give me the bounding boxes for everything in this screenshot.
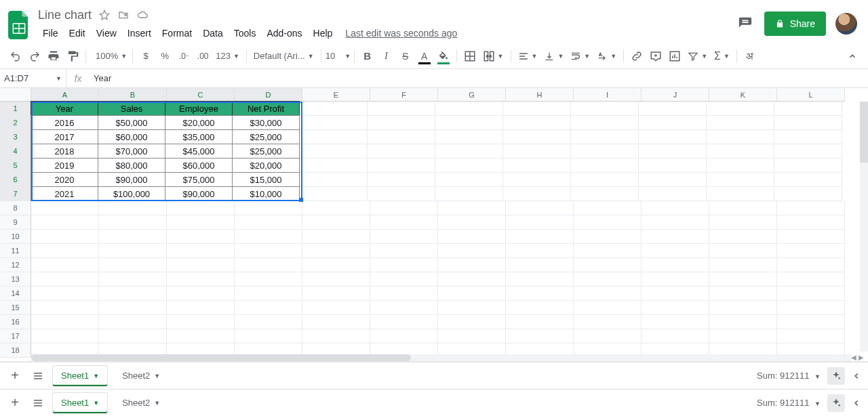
cell[interactable] bbox=[300, 187, 368, 201]
row-header[interactable]: 17 bbox=[0, 329, 31, 343]
cell[interactable] bbox=[709, 329, 777, 343]
row-header[interactable]: 16 bbox=[0, 315, 31, 329]
vertical-align-button[interactable]: ▼ bbox=[541, 47, 566, 66]
cell[interactable] bbox=[99, 287, 167, 301]
redo-button[interactable] bbox=[26, 47, 43, 66]
cell[interactable] bbox=[368, 144, 435, 159]
cell[interactable] bbox=[571, 144, 639, 159]
cell[interactable] bbox=[302, 244, 370, 258]
all-sheets-button[interactable] bbox=[30, 368, 46, 384]
format-percent-button[interactable]: % bbox=[156, 47, 174, 66]
col-header[interactable]: B bbox=[99, 88, 167, 102]
cell[interactable]: $60,000 bbox=[98, 129, 165, 144]
insert-comment-button[interactable] bbox=[647, 47, 665, 66]
cell[interactable] bbox=[639, 173, 707, 187]
cell[interactable] bbox=[709, 287, 777, 301]
strikethrough-button[interactable]: S bbox=[397, 47, 414, 66]
cell[interactable] bbox=[368, 130, 435, 144]
paint-format-button[interactable] bbox=[64, 47, 81, 66]
cell[interactable] bbox=[235, 230, 302, 244]
cell[interactable] bbox=[707, 130, 774, 144]
cell[interactable]: $25,000 bbox=[232, 129, 300, 144]
cell[interactable] bbox=[709, 315, 777, 329]
cell[interactable] bbox=[300, 102, 368, 116]
cell[interactable] bbox=[574, 230, 642, 244]
cell[interactable] bbox=[642, 201, 709, 215]
cell[interactable]: Year bbox=[31, 101, 98, 116]
cell[interactable] bbox=[438, 201, 506, 215]
explore-button[interactable] bbox=[827, 394, 845, 412]
cell[interactable] bbox=[235, 272, 302, 287]
cell[interactable] bbox=[370, 244, 438, 258]
sheet-tab-2[interactable]: Sheet2▼ bbox=[114, 393, 168, 413]
cell[interactable] bbox=[370, 215, 438, 230]
cell[interactable]: $90,000 bbox=[98, 172, 165, 187]
cell[interactable] bbox=[642, 215, 709, 230]
cell[interactable] bbox=[506, 287, 574, 301]
cell[interactable] bbox=[506, 201, 574, 215]
cell[interactable] bbox=[99, 244, 167, 258]
cell[interactable] bbox=[31, 301, 99, 315]
cell[interactable] bbox=[302, 287, 370, 301]
sheet-nav-arrows[interactable]: ◀ ▶ bbox=[851, 354, 864, 361]
cell[interactable] bbox=[235, 244, 302, 258]
zoom-select[interactable]: 100%▼ bbox=[90, 47, 128, 66]
row-header[interactable]: 2 bbox=[0, 116, 31, 130]
vertical-scrollbar[interactable] bbox=[860, 102, 868, 352]
col-header[interactable]: E bbox=[302, 88, 370, 102]
cell[interactable] bbox=[302, 215, 370, 230]
cell[interactable] bbox=[639, 144, 707, 159]
row-header[interactable]: 18 bbox=[0, 343, 31, 358]
cell[interactable] bbox=[438, 315, 506, 329]
cell[interactable] bbox=[774, 187, 842, 201]
horizontal-scrollbar[interactable] bbox=[31, 354, 852, 361]
cell[interactable] bbox=[438, 258, 506, 272]
cell[interactable] bbox=[235, 215, 302, 230]
cell[interactable] bbox=[639, 102, 707, 116]
share-button[interactable]: Share bbox=[764, 12, 826, 36]
cell[interactable] bbox=[368, 116, 435, 130]
cell[interactable] bbox=[777, 258, 845, 272]
cell[interactable] bbox=[435, 187, 503, 201]
sheets-app-icon[interactable] bbox=[5, 12, 33, 39]
cell[interactable] bbox=[438, 244, 506, 258]
cell[interactable] bbox=[438, 301, 506, 315]
cell[interactable] bbox=[709, 230, 777, 244]
cell[interactable] bbox=[370, 329, 438, 343]
sheet-tab-2[interactable]: Sheet2▼ bbox=[114, 366, 168, 386]
menu-insert[interactable]: Insert bbox=[123, 25, 156, 41]
borders-button[interactable] bbox=[461, 47, 479, 66]
cell[interactable] bbox=[574, 301, 642, 315]
cell[interactable] bbox=[167, 287, 235, 301]
cell[interactable] bbox=[370, 287, 438, 301]
cell[interactable] bbox=[370, 230, 438, 244]
cell[interactable]: $70,000 bbox=[98, 144, 165, 159]
cell[interactable] bbox=[370, 301, 438, 315]
cell[interactable] bbox=[574, 315, 642, 329]
row-header[interactable]: 15 bbox=[0, 301, 31, 315]
cell[interactable] bbox=[709, 272, 777, 287]
row-header[interactable]: 5 bbox=[0, 159, 31, 173]
functions-button[interactable]: Σ▼ bbox=[711, 47, 732, 66]
cell[interactable]: $90,000 bbox=[165, 186, 233, 201]
row-header[interactable]: 6 bbox=[0, 173, 31, 187]
cell[interactable] bbox=[574, 329, 642, 343]
cell[interactable] bbox=[774, 173, 842, 187]
name-box[interactable]: A1:D7 ▼ bbox=[0, 69, 66, 87]
cell[interactable] bbox=[774, 144, 842, 159]
cell[interactable] bbox=[639, 187, 707, 201]
cell[interactable] bbox=[642, 230, 709, 244]
cell[interactable] bbox=[707, 159, 774, 173]
row-header[interactable]: 12 bbox=[0, 258, 31, 272]
cell[interactable] bbox=[574, 215, 642, 230]
row-header[interactable]: 10 bbox=[0, 230, 31, 244]
cell[interactable] bbox=[777, 287, 845, 301]
cell[interactable] bbox=[167, 272, 235, 287]
cell[interactable] bbox=[368, 173, 435, 187]
cell[interactable] bbox=[777, 230, 845, 244]
cell[interactable] bbox=[506, 329, 574, 343]
cell[interactable] bbox=[99, 258, 167, 272]
cell[interactable] bbox=[503, 187, 571, 201]
col-header[interactable]: I bbox=[574, 88, 642, 102]
cell[interactable] bbox=[235, 315, 302, 329]
